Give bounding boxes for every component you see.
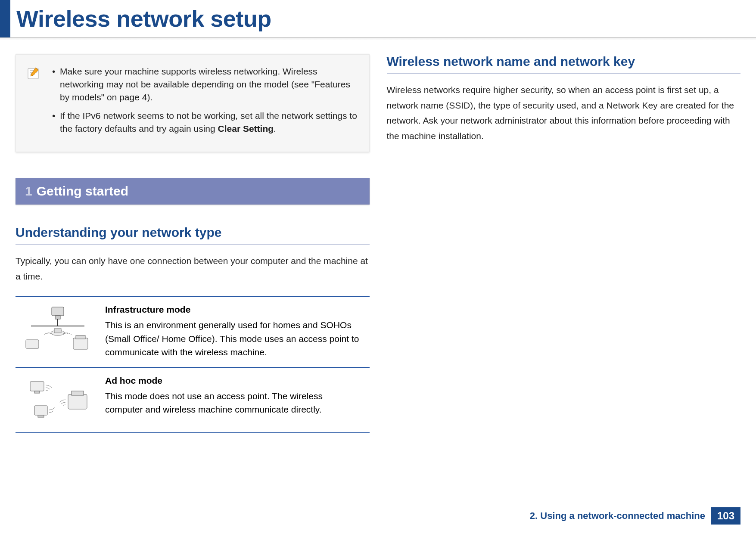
- svg-rect-13: [72, 391, 84, 395]
- adhoc-desc-cell: Ad hoc mode This mode does not use an ac…: [98, 367, 370, 433]
- svg-rect-12: [68, 394, 87, 409]
- subheading-network-key: Wireless network name and network key: [387, 54, 741, 74]
- note-bullet-1-text: Make sure your machine supports wireless…: [60, 66, 350, 102]
- svg-rect-6: [54, 329, 61, 333]
- page-number: 103: [711, 507, 740, 525]
- svg-rect-8: [73, 338, 88, 349]
- note-list: Make sure your machine supports wireless…: [50, 65, 358, 141]
- page-title: Wireless network setup: [16, 5, 271, 32]
- svg-rect-7: [26, 340, 39, 348]
- adhoc-desc: This mode does not use an access point. …: [105, 389, 363, 416]
- note-bullet-1: Make sure your machine supports wireless…: [50, 65, 358, 103]
- content-columns: Make sure your machine supports wireless…: [0, 38, 756, 433]
- right-column: Wireless network name and network key Wi…: [387, 54, 741, 433]
- page-footer: 2. Using a network-connected machine 103: [530, 507, 740, 525]
- footer-chapter: 2. Using a network-connected machine: [530, 510, 705, 522]
- note-bullet-2-post: .: [274, 124, 276, 134]
- adhoc-title: Ad hoc mode: [105, 376, 363, 386]
- svg-rect-9: [76, 335, 85, 339]
- infrastructure-title: Infrastructure mode: [105, 304, 363, 315]
- table-row: Ad hoc mode This mode does not use an ac…: [16, 367, 370, 433]
- svg-rect-15: [38, 415, 44, 417]
- svg-rect-1: [52, 307, 64, 316]
- note-bullet-2-pre: If the IPv6 network seems to not be work…: [60, 111, 357, 134]
- network-modes-table: Infrastructure mode This is an environme…: [16, 296, 370, 433]
- svg-rect-14: [34, 406, 47, 415]
- svg-rect-10: [30, 382, 44, 391]
- adhoc-diagram-cell: [16, 367, 98, 433]
- network-type-body: Typically, you can only have one connect…: [16, 253, 370, 284]
- table-row: Infrastructure mode This is an environme…: [16, 296, 370, 367]
- header-shadow: [0, 37, 756, 40]
- infrastructure-diagram-icon: [22, 304, 91, 352]
- subheading-network-type: Understanding your network type: [16, 225, 370, 245]
- adhoc-diagram-icon: [22, 376, 91, 423]
- page-header: Wireless network setup: [0, 0, 756, 38]
- network-key-body: Wireless networks require higher securit…: [387, 82, 741, 144]
- section-label: Getting started: [37, 184, 128, 198]
- svg-rect-11: [34, 391, 40, 393]
- infrastructure-diagram-cell: [16, 296, 98, 367]
- note-bullet-2: If the IPv6 network seems to not be work…: [50, 109, 358, 135]
- section-heading-band: 1Getting started: [16, 178, 370, 205]
- note-bullet-2-bold: Clear Setting: [218, 124, 274, 134]
- header-accent-bar: [0, 0, 10, 37]
- infrastructure-desc-cell: Infrastructure mode This is an environme…: [98, 296, 370, 367]
- section-number: 1: [25, 184, 32, 198]
- note-box: Make sure your machine supports wireless…: [16, 54, 370, 152]
- note-icon: [25, 65, 41, 141]
- infrastructure-desc: This is an environment generally used fo…: [105, 318, 363, 359]
- left-column: Make sure your machine supports wireless…: [16, 54, 370, 433]
- svg-rect-2: [55, 316, 60, 319]
